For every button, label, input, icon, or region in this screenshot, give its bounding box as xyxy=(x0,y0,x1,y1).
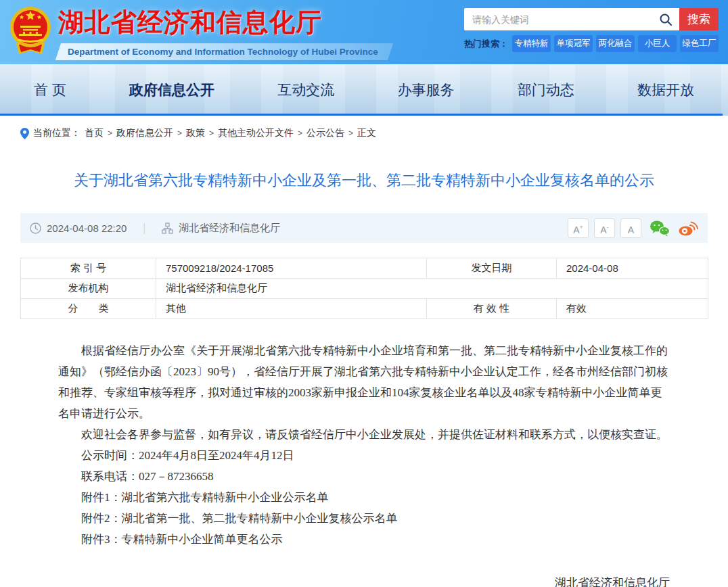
hot-tag[interactable]: 专精特新 xyxy=(512,35,551,52)
wechat-share-button[interactable] xyxy=(650,220,670,237)
search-button[interactable]: 搜索 xyxy=(679,8,719,30)
meta-validity-value: 有效 xyxy=(557,299,708,319)
publish-time: 2024-04-08 22:20 xyxy=(47,222,127,234)
breadcrumb-item-home[interactable]: 首页 xyxy=(85,127,104,139)
font-decrease-button[interactable]: A- xyxy=(594,218,615,238)
article-body: 根据省经信厅办公室《关于开展湖北省第六批专精特新中小企业培育和第一批、第二批专精… xyxy=(58,340,670,587)
breadcrumb-item-other-docs[interactable]: 其他主动公开文件 xyxy=(218,127,294,139)
search-area: 搜索 热门搜索： 专精特新 单项冠军 两化融合 小巨人 绿色工厂 xyxy=(464,8,719,52)
table-row: 索 引 号 757009218/2024-17085 发文日期 2024-04-… xyxy=(21,258,708,279)
signature-block: 湖北省经济和信息化厅 2024年4月8日 xyxy=(58,572,670,587)
paragraph: 根据省经信厅办公室《关于开展湖北省第六批专精特新中小企业培育和第一批、第二批专精… xyxy=(58,340,670,424)
font-reset-button[interactable]: A xyxy=(620,218,641,238)
breadcrumb-item-current: 正文 xyxy=(357,127,376,139)
hot-tag[interactable]: 两化融合 xyxy=(596,35,635,52)
clock-icon xyxy=(30,222,41,234)
search-input[interactable] xyxy=(464,8,652,30)
meta-agency-value: 湖北省经济和信息化厅 xyxy=(156,279,708,299)
meta-date-value: 2024-04-08 xyxy=(557,258,708,279)
nav-item-open-data[interactable]: 数据开放 xyxy=(637,80,694,99)
site-banner: 湖北省经济和信息化厅 Department of Economy and Inf… xyxy=(0,0,728,64)
main-nav: 首 页 政府信息公开 互动交流 办事服务 部门动态 数据开放 xyxy=(0,64,728,116)
document-meta-table: 索 引 号 757009218/2024-17085 发文日期 2024-04-… xyxy=(20,258,708,319)
hot-tag[interactable]: 绿色工厂 xyxy=(680,35,719,52)
meta-validity-label: 有 效 性 xyxy=(427,299,557,319)
paragraph: 欢迎社会各界参与监督，如有异议，请反馈省经信厅中小企业发展处，并提供佐证材料和联… xyxy=(58,424,670,445)
hot-search-label: 热门搜索： xyxy=(464,38,508,50)
location-pin-icon xyxy=(20,128,29,139)
page-title: 关于湖北省第六批专精特新中小企业及第一批、第二批专精特新中小企业复核名单的公示 xyxy=(27,170,701,191)
breadcrumb-item-gov-info[interactable]: 政府信息公开 xyxy=(116,127,173,139)
site-brand: 湖北省经济和信息化厅 Department of Economy and Inf… xyxy=(58,5,390,60)
nav-item-gov-info[interactable]: 政府信息公开 xyxy=(129,80,214,99)
article-info-bar: 2024-04-08 22:20 ｜ 湖北省经济和信息化厅 A+ A- A xyxy=(20,213,708,243)
site-subtitle: Department of Economy and Information Te… xyxy=(68,47,378,57)
meta-index-label: 索 引 号 xyxy=(21,258,156,279)
meta-category-label: 分 类 xyxy=(21,299,156,319)
table-row: 发布机构 湖北省经济和信息化厅 xyxy=(21,279,708,299)
meta-agency-label: 发布机构 xyxy=(21,279,156,299)
attachment-link-2[interactable]: 附件2：湖北省第一批、第二批专精特新中小企业复核公示名单 xyxy=(58,508,670,529)
article-source: 湖北省经济和信息化厅 xyxy=(179,222,280,235)
attachment-link-3[interactable]: 附件3：专精特新中小企业简单更名公示 xyxy=(58,529,670,550)
breadcrumb-separator: > xyxy=(298,128,302,138)
national-emblem-icon xyxy=(9,5,51,58)
breadcrumb-separator: > xyxy=(209,128,214,138)
info-separator: ｜ xyxy=(139,221,150,235)
breadcrumb-label: 当前位置： xyxy=(33,127,81,139)
attachment-link-1[interactable]: 附件1：湖北省第六批专精特新中小企业公示名单 xyxy=(58,487,670,508)
breadcrumb-item-policy[interactable]: 政策 xyxy=(186,127,205,139)
nav-item-home[interactable]: 首 页 xyxy=(34,80,66,99)
hot-tag[interactable]: 单项冠军 xyxy=(554,35,593,52)
site-title: 湖北省经济和信息化厅 xyxy=(58,5,390,40)
breadcrumb-separator: > xyxy=(177,128,182,138)
nav-item-dept-news[interactable]: 部门动态 xyxy=(518,80,574,99)
breadcrumb: 当前位置： 首页 > 政府信息公开 > 政策 > 其他主动公开文件 > 公示公告… xyxy=(20,127,708,139)
font-increase-button[interactable]: A+ xyxy=(568,218,589,238)
meta-date-label: 发文日期 xyxy=(427,258,557,279)
hot-tag[interactable]: 小巨人 xyxy=(638,35,677,52)
paragraph: 联系电话：027－87236658 xyxy=(58,466,670,487)
org-icon xyxy=(162,222,173,234)
hot-search-row: 热门搜索： 专精特新 单项冠军 两化融合 小巨人 绿色工厂 xyxy=(464,35,719,52)
search-icon-button[interactable] xyxy=(652,8,679,30)
site-subtitle-ribbon: Department of Economy and Information Te… xyxy=(55,43,393,60)
breadcrumb-separator: > xyxy=(348,128,353,138)
meta-index-value: 757009218/2024-17085 xyxy=(156,258,427,279)
nav-item-interaction[interactable]: 互动交流 xyxy=(277,80,334,99)
nav-item-services[interactable]: 办事服务 xyxy=(398,80,455,99)
page: 湖北省经济和信息化厅 Department of Economy and Inf… xyxy=(0,0,728,587)
meta-category-value: 其他 xyxy=(156,299,427,319)
paragraph: 公示时间：2024年4月8日至2024年4月12日 xyxy=(58,445,670,466)
signature-org: 湖北省经济和信息化厅 xyxy=(58,572,670,587)
breadcrumb-separator: > xyxy=(108,128,112,138)
weibo-share-button[interactable] xyxy=(678,220,698,237)
weibo-icon xyxy=(678,220,698,237)
breadcrumb-item-notices[interactable]: 公示公告 xyxy=(306,127,344,139)
wechat-icon xyxy=(650,220,670,237)
search-icon xyxy=(659,13,673,26)
table-row: 分 类 其他 有 效 性 有效 xyxy=(21,299,708,319)
